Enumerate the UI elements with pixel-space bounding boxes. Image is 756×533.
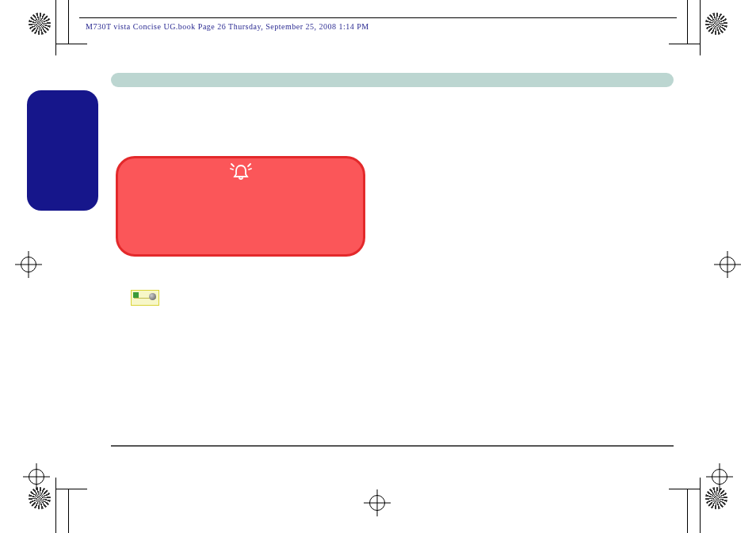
crop-mark <box>68 489 69 533</box>
registration-mark-icon <box>705 13 727 35</box>
crop-mark <box>700 478 701 533</box>
registration-mark-icon <box>705 487 727 509</box>
crosshair-icon <box>720 257 735 272</box>
crosshair-icon <box>21 257 36 272</box>
crosshair-icon <box>712 469 727 485</box>
crop-mark <box>669 489 701 489</box>
thumbnail-icon <box>131 290 159 306</box>
crop-mark <box>669 44 701 44</box>
footer-rule <box>111 445 674 447</box>
crop-mark <box>687 0 688 44</box>
registration-mark-icon <box>29 13 51 35</box>
registration-mark-icon <box>29 487 51 509</box>
crop-mark <box>687 489 688 533</box>
chapter-tab <box>27 90 98 211</box>
document-header: M730T vista Concise UG.book Page 26 Thur… <box>86 22 369 31</box>
crop-mark <box>700 0 701 55</box>
crop-mark <box>68 0 69 44</box>
crop-mark <box>55 489 87 489</box>
bell-alert-icon <box>230 162 252 185</box>
crop-mark <box>55 44 87 44</box>
crosshair-icon <box>369 495 385 511</box>
crop-mark <box>55 0 56 55</box>
crop-mark <box>55 478 56 533</box>
crosshair-icon <box>29 469 44 485</box>
header-rule <box>79 17 677 18</box>
section-heading-bar <box>111 73 674 87</box>
